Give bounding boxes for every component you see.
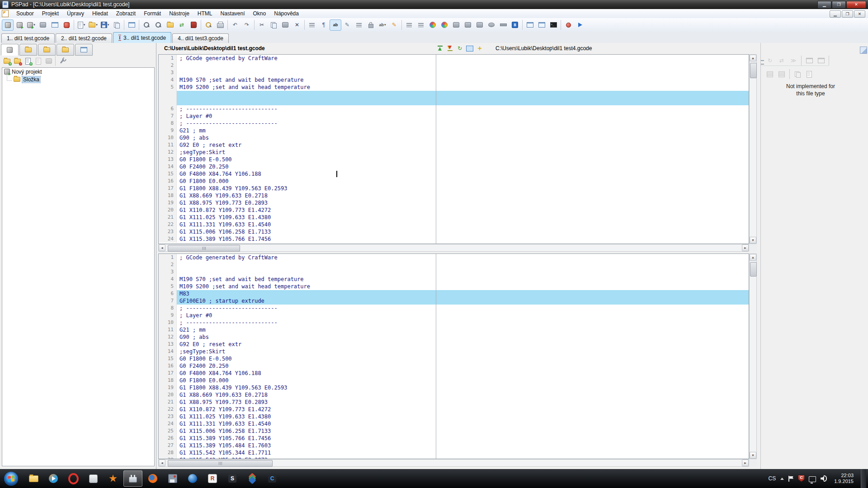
taskbar-app-s-app[interactable]: S <box>223 470 242 487</box>
dropdown-arrow-icon[interactable]: ▾ <box>96 23 98 27</box>
replace-icon[interactable] <box>152 19 164 31</box>
tile-windows-icon[interactable] <box>524 19 536 31</box>
menu-formt[interactable]: Formát <box>140 9 165 18</box>
find-icon[interactable] <box>141 19 152 31</box>
taskbar-app-explorer[interactable] <box>24 470 43 487</box>
sidebar-folders-tab[interactable] <box>19 44 37 56</box>
tree-item-project[interactable]: Nový projekt <box>2 68 154 75</box>
clock[interactable]: 22:03 1.9.2015 <box>831 473 856 484</box>
preview-icon[interactable] <box>203 19 214 31</box>
remove-folder-icon[interactable]: − <box>12 56 23 66</box>
table-import-icon[interactable] <box>776 69 787 79</box>
scrollbar-thumb[interactable] <box>168 245 240 252</box>
taskbar-app-r-app[interactable]: R <box>203 470 222 487</box>
unindent-icon[interactable] <box>415 19 427 31</box>
sidebar-favorites-tab[interactable] <box>57 44 74 56</box>
scroll-down-icon[interactable]: ▼ <box>750 452 756 459</box>
tray-expand-icon[interactable] <box>780 478 784 480</box>
menu-npovda[interactable]: Nápověda <box>270 9 303 18</box>
stamp-icon[interactable] <box>486 19 497 31</box>
menu-nstroje[interactable]: Nástroje <box>165 9 193 18</box>
file-browser-icon[interactable] <box>126 19 137 31</box>
scrollbar-thumb[interactable] <box>168 460 273 467</box>
panel-corner-icon[interactable] <box>860 47 867 54</box>
ruler-icon[interactable] <box>497 19 509 31</box>
add-window-icon[interactable] <box>804 56 815 66</box>
recompare-icon[interactable]: ↻ <box>455 43 465 53</box>
terminal-window-icon[interactable] <box>547 19 559 31</box>
add-folder-icon[interactable]: + <box>2 56 12 66</box>
change-case-icon[interactable]: ab▾ <box>377 19 388 31</box>
taskbar-app-pspad[interactable] <box>123 470 142 487</box>
tab-4[interactable]: 4.. dil1 test3.gcode <box>172 33 229 43</box>
horizontal-scrollbar[interactable]: ◄► <box>158 244 749 252</box>
scroll-down-icon[interactable]: ▼ <box>750 237 756 244</box>
copy-page-icon[interactable] <box>792 69 803 79</box>
sort-list-icon[interactable] <box>353 19 365 31</box>
copy-file-icon[interactable] <box>111 19 123 31</box>
undo-icon[interactable]: ↶ <box>229 19 241 31</box>
add-file-icon[interactable]: + <box>23 56 33 66</box>
code-viewport[interactable]: 1; GCode generated by CraftWare234M190 S… <box>158 54 749 244</box>
formatting-marks-icon[interactable]: ¶ <box>318 19 330 31</box>
new-project-icon[interactable] <box>2 19 14 31</box>
open-project-icon[interactable] <box>14 19 25 31</box>
scroll-up-icon[interactable]: ▲ <box>750 55 756 61</box>
scrollbar-thumb[interactable] <box>750 262 757 277</box>
close-button[interactable]: ✕ <box>846 1 866 9</box>
first-difference-icon[interactable] <box>435 43 445 53</box>
indent-icon[interactable] <box>403 19 415 31</box>
dropdown-arrow-icon[interactable]: ▾ <box>108 23 109 27</box>
taskbar-app-star-app[interactable] <box>104 470 123 487</box>
spell-check-icon[interactable]: ab <box>330 19 341 31</box>
horizontal-scrollbar[interactable]: ◄► <box>158 459 749 467</box>
diff-options-icon[interactable] <box>475 43 485 53</box>
marker-icon[interactable]: ✎ <box>388 19 400 31</box>
next-difference-icon[interactable] <box>445 43 455 53</box>
menu-html[interactable]: HTML <box>193 9 217 18</box>
menu-pravy[interactable]: Úpravy <box>63 9 88 18</box>
sidebar-windows-tab[interactable] <box>75 44 93 56</box>
splitter-grip[interactable] <box>761 60 764 65</box>
restore-button[interactable]: ❐ <box>832 1 846 9</box>
new-file-icon[interactable]: ▾ <box>75 19 87 31</box>
tab-3[interactable]: I3.. dil1 test.gcode <box>113 32 171 43</box>
copy-icon[interactable] <box>268 19 279 31</box>
taskbar-app-layers-app[interactable] <box>243 470 262 487</box>
find-in-files-icon[interactable] <box>164 19 176 31</box>
menu-okno[interactable]: Okno <box>249 9 270 18</box>
code-viewport[interactable]: 1; GCode generated by CraftWare234M190 S… <box>158 253 749 459</box>
properties-icon-disabled[interactable] <box>43 56 54 66</box>
scroll-right-icon[interactable]: ► <box>742 460 749 466</box>
sidebar-folder-link-tab[interactable] <box>38 44 56 56</box>
macro-a-icon[interactable] <box>450 19 462 31</box>
cut-icon[interactable]: ✂ <box>256 19 268 31</box>
new-file-icon-disabled[interactable] <box>33 56 43 66</box>
language-indicator[interactable]: CS <box>769 475 776 482</box>
close-project-icon[interactable] <box>61 19 72 31</box>
scroll-up-icon[interactable]: ▲ <box>750 254 756 261</box>
split-view-icon[interactable] <box>465 43 475 53</box>
remove-window-icon[interactable] <box>816 56 826 66</box>
taskbar-app-firefox[interactable] <box>143 470 162 487</box>
project-clipboard-icon[interactable] <box>37 19 49 31</box>
project-tree[interactable]: Nový projekt Složka <box>2 67 155 466</box>
blank-page-icon[interactable] <box>804 69 815 79</box>
menu-zobrazit[interactable]: Zobrazit <box>112 9 140 18</box>
open-file-icon[interactable]: ▾ <box>87 19 99 31</box>
goto-icon[interactable]: ⇄ <box>176 19 188 31</box>
menu-hledat[interactable]: Hledat <box>88 9 112 18</box>
lock-icon[interactable] <box>365 19 377 31</box>
scroll-left-icon[interactable]: ◄ <box>159 460 165 466</box>
scroll-right-icon[interactable]: ► <box>742 244 749 251</box>
taskbar-app-opera[interactable] <box>64 470 83 487</box>
dropdown-arrow-icon[interactable]: ▾ <box>384 23 386 27</box>
log-list-icon[interactable] <box>188 19 199 31</box>
menu-nastaven[interactable]: Nastavení <box>217 9 249 18</box>
taskbar-app-grey-app[interactable] <box>84 470 103 487</box>
cascade-windows-icon[interactable] <box>536 19 547 31</box>
project-settings-icon[interactable] <box>57 56 67 66</box>
save-file-icon[interactable]: ▾ <box>99 19 111 31</box>
mdi-restore-button[interactable]: ❐ <box>842 10 853 18</box>
print-icon[interactable] <box>214 19 226 31</box>
